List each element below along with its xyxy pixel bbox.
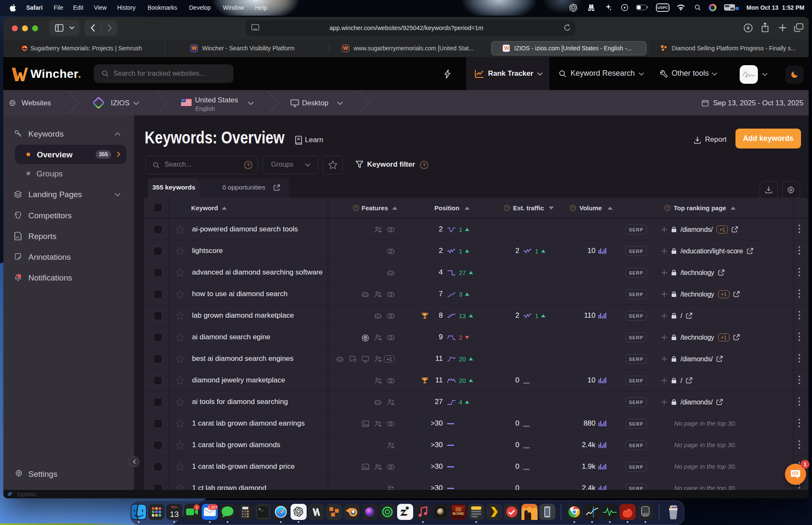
svg-text:?: ?: [506, 206, 508, 210]
svg-text:?: ?: [572, 206, 574, 210]
svg-text:Mon: Mon: [171, 505, 178, 509]
svg-text:1: 1: [195, 505, 198, 509]
svg-text:13: 13: [170, 510, 178, 519]
svg-text:ROME: ROME: [453, 511, 464, 516]
svg-text:1,307: 1,307: [208, 505, 218, 509]
svg-text:>_: >_: [258, 507, 264, 512]
svg-text:?: ?: [423, 162, 426, 168]
svg-text:?: ?: [667, 206, 669, 210]
svg-text:?: ?: [247, 162, 250, 168]
svg-text:AI: AI: [364, 337, 367, 340]
svg-text:?: ?: [355, 206, 357, 210]
